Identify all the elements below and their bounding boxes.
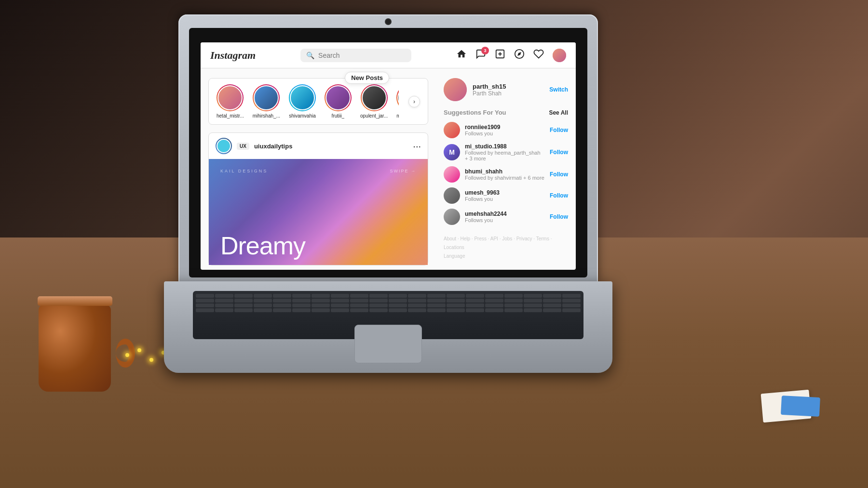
suggestion-info: bhumi_shahh Followed by shahvirmati + 6 … [465, 168, 545, 181]
footer-links: About · Help · Press · API · Jobs · Priv… [444, 236, 552, 250]
footer-privacy[interactable]: Privacy [516, 236, 532, 241]
suggestions-header: Suggestions For You See All [444, 109, 568, 116]
nav-icons: 3 [456, 49, 566, 62]
suggestion-username[interactable]: mi_studio.1988 [465, 143, 545, 150]
footer-help[interactable]: Help [460, 236, 470, 241]
follow-button[interactable]: Follow [550, 171, 568, 178]
search-input[interactable] [318, 52, 406, 59]
footer-press[interactable]: Press [474, 236, 487, 241]
follow-button[interactable]: Follow [550, 127, 568, 133]
story-username: shivamvahia [289, 113, 316, 119]
sidebar-name: Parth Shah [473, 90, 543, 97]
laptop-screen: Instagram 🔍 3 [201, 42, 576, 270]
post-username[interactable]: uiuxdailytips [254, 143, 292, 150]
suggestion-avatar[interactable] [444, 187, 460, 204]
search-icon: 🔍 [306, 52, 314, 59]
suggestion-item: umesh_9963 Follows you Follow [444, 187, 568, 204]
suggestion-info: mi_studio.1988 Followed by heema_parth_s… [465, 143, 545, 161]
messages-icon[interactable]: 3 [475, 49, 486, 62]
suggestions-title: Suggestions For You [444, 109, 506, 116]
instagram-main: New Posts hetal_mistr... [201, 68, 576, 270]
suggestion-item: umehshah2244 Follows you Follow [444, 209, 568, 225]
sidebar-username[interactable]: parth_sh15 [473, 83, 543, 90]
home-icon[interactable] [456, 49, 467, 62]
story-item[interactable]: mihirshah_... [253, 84, 280, 119]
story-username: mqn.social... [396, 113, 399, 119]
follow-button[interactable]: Follow [550, 192, 568, 199]
suggestion-avatar[interactable] [444, 209, 460, 225]
story-item[interactable]: shivamvahia [289, 84, 316, 119]
footer-jobs[interactable]: Jobs [502, 236, 512, 241]
suggestion-info: umehshah2244 Follows you [465, 211, 545, 223]
footer-api[interactable]: API [490, 236, 498, 241]
post-more-button[interactable]: ··· [413, 141, 421, 152]
laptop: Instagram 🔍 3 [178, 14, 598, 366]
instagram-app: Instagram 🔍 3 [201, 42, 576, 270]
suggestion-username[interactable]: umehshah2244 [465, 211, 545, 217]
suggestion-item: ronniiee1909 Follows you Follow [444, 122, 568, 138]
footer-language[interactable]: Language [444, 253, 465, 259]
post-kail-text: KAIL DESIGNS [220, 169, 268, 173]
suggestion-meta: Follows you [465, 217, 545, 223]
new-posts-badge[interactable]: New Posts [345, 72, 389, 84]
blue-item [781, 396, 820, 417]
sidebar-user-avatar[interactable] [444, 78, 467, 101]
story-username: hetal_mistr... [217, 113, 244, 119]
laptop-touchpad[interactable] [354, 325, 422, 363]
explore-icon[interactable] [514, 49, 525, 62]
story-item[interactable]: mqn.social... [396, 84, 399, 119]
suggestion-meta: Followed by heema_parth_shah + 3 more [465, 150, 545, 161]
post-user: UX uiuxdailytips [216, 138, 292, 154]
post-avatar-ring [216, 138, 232, 154]
suggestion-meta: Follows you [465, 196, 545, 202]
story-username: frutiii_ [332, 113, 345, 119]
instagram-feed[interactable]: New Posts hetal_mistr... [201, 68, 436, 270]
suggestion-username[interactable]: umesh_9963 [465, 189, 545, 196]
story-username: opulent_jar... [360, 113, 388, 119]
create-icon[interactable] [495, 49, 505, 62]
story-item[interactable]: opulent_jar... [360, 84, 388, 119]
laptop-base: acer [164, 281, 612, 373]
footer-terms[interactable]: Terms [536, 236, 549, 241]
suggestion-item: bhumi_shahh Followed by shahvirmati + 6 … [444, 166, 568, 183]
instagram-logo: Instagram [210, 49, 256, 62]
user-avatar-nav[interactable] [553, 49, 566, 62]
instagram-header: Instagram 🔍 3 [201, 42, 576, 68]
stories-next-button[interactable]: › [408, 96, 420, 107]
search-bar[interactable]: 🔍 [300, 49, 411, 62]
copper-mug [39, 286, 125, 392]
svg-marker-4 [517, 52, 521, 56]
laptop-lid: Instagram 🔍 3 [178, 14, 598, 284]
heart-icon[interactable] [533, 49, 544, 62]
story-username: mihirshah_... [253, 113, 280, 119]
suggestion-username[interactable]: bhumi_shahh [465, 168, 545, 175]
messages-badge: 3 [481, 47, 489, 54]
sidebar-footer: About · Help · Press · API · Jobs · Priv… [444, 235, 568, 261]
screen-bezel: Instagram 🔍 3 [189, 28, 587, 277]
post-swipe-text: SWIPE → [390, 169, 416, 173]
follow-button[interactable]: Follow [550, 149, 568, 156]
suggestion-meta: Followed by shahvirmati + 6 more [465, 175, 545, 181]
suggestion-avatar[interactable] [444, 122, 460, 138]
stories-bar: New Posts hetal_mistr... [208, 78, 428, 125]
see-all-button[interactable]: See All [549, 109, 568, 116]
suggestion-avatar[interactable]: M [444, 144, 460, 160]
suggestion-info: umesh_9963 Follows you [465, 189, 545, 202]
suggestion-meta: Follows you [465, 131, 545, 136]
post-header: UX uiuxdailytips ··· [209, 133, 428, 159]
sidebar-user-info: parth_sh15 Parth Shah [473, 83, 543, 97]
post-card: UX uiuxdailytips ··· KAIL DESIGNS SWIP [208, 132, 428, 265]
suggestion-avatar[interactable] [444, 166, 460, 183]
footer-locations[interactable]: Locations [444, 245, 464, 250]
suggestion-item: M mi_studio.1988 Followed by heema_parth… [444, 143, 568, 161]
follow-button[interactable]: Follow [550, 213, 568, 220]
suggestion-username[interactable]: ronniiee1909 [465, 124, 545, 131]
switch-account-button[interactable]: Switch [549, 86, 568, 93]
instagram-sidebar: parth_sh15 Parth Shah Switch Suggestions… [436, 68, 576, 270]
background-scene: Instagram 🔍 3 [0, 0, 868, 488]
post-avatar [217, 139, 231, 153]
story-item[interactable]: frutiii_ [325, 84, 352, 119]
footer-about[interactable]: About [444, 236, 456, 241]
story-item[interactable]: hetal_mistr... [217, 84, 244, 119]
post-dreamy-text: Dreamy [220, 231, 305, 260]
